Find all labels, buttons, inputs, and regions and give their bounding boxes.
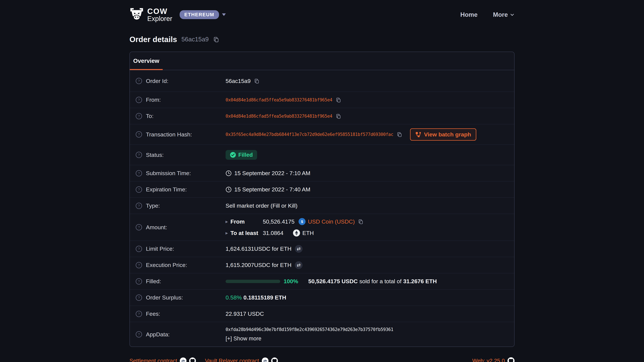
help-icon[interactable]: ? [136, 113, 142, 119]
amount-from-value: 50,526.4175 [263, 218, 294, 225]
filled-amount-sold: 50,526.4175 USDC [308, 278, 358, 285]
row-from: ? From: 0x04d84e1d86cfad5ffea5e9ab833276… [130, 91, 514, 108]
copy-icon[interactable] [213, 36, 219, 42]
help-icon[interactable]: ? [136, 331, 142, 338]
svg-text:?: ? [138, 188, 140, 191]
help-icon[interactable]: ? [136, 262, 142, 269]
view-batch-graph-label: View batch graph [424, 131, 471, 138]
row-label-text: Filled: [146, 278, 161, 285]
help-icon[interactable]: ? [136, 224, 142, 231]
order-type-value: Sell market order (Fill or Kill) [226, 202, 298, 209]
usdc-token-link[interactable]: USD Coin (USDC) [308, 218, 355, 225]
copy-icon[interactable] [397, 132, 402, 137]
order-details-card: Overview ? Order Id: 56ac15a9 ? [130, 52, 514, 347]
from-address-link[interactable]: 0x04d84e1d86cfad5ffea5e9ab833276481bf965… [226, 97, 332, 102]
order-id-value: 56ac15a9 [226, 78, 250, 84]
nav-home[interactable]: Home [460, 11, 478, 18]
row-type: ? Type: Sell market order (Fill or Kill) [130, 197, 514, 214]
row-expiration-time: ? Expiration Time: 15 September 2022 - 7… [130, 181, 514, 197]
svg-text:?: ? [138, 98, 140, 102]
row-label-text: Amount: [146, 224, 167, 231]
etherscan-icon[interactable] [262, 358, 268, 362]
nav-more[interactable]: More [493, 11, 514, 18]
brand-name: COW [147, 7, 172, 15]
row-submission-time: ? Submission Time: 15 September 2022 - 7… [130, 165, 514, 181]
copy-icon[interactable] [358, 219, 364, 224]
network-selector[interactable]: ETHEREUM [180, 10, 226, 19]
row-order-surplus: ? Order Surplus: 0.58% 0.18115189 ETH [130, 289, 514, 306]
row-appdata: ? AppData: 0xfda28b94d496c30e7bf8d159f8e… [130, 322, 514, 347]
help-icon[interactable]: ? [136, 131, 142, 138]
settlement-contract-group: Settlement contract [130, 358, 196, 362]
swap-price-icon[interactable]: ⇄ [295, 245, 302, 253]
clock-icon [226, 170, 232, 176]
help-icon[interactable]: ? [136, 186, 142, 193]
svg-text:?: ? [138, 247, 140, 251]
row-label-text: Execution Price: [146, 262, 187, 268]
vault-relayer-contract-link[interactable]: Vault Relayer contract [205, 358, 259, 362]
brand-logo[interactable]: COW Explorer [130, 7, 172, 22]
view-batch-graph-button[interactable]: View batch graph [410, 128, 476, 141]
svg-text:?: ? [138, 225, 140, 229]
brand-subtitle: Explorer [147, 15, 172, 22]
copy-icon[interactable] [336, 97, 341, 103]
svg-text:$: $ [301, 219, 303, 224]
clock-icon [226, 187, 232, 193]
help-icon[interactable]: ? [136, 246, 142, 252]
github-icon[interactable] [189, 358, 196, 362]
cow-logo-icon [130, 8, 144, 21]
amount-to-line: ▸To at least 31.0864 ETH [226, 229, 364, 237]
row-status: ? Status: Filled [130, 144, 514, 165]
footer: Settlement contract [130, 357, 514, 362]
amount-from-label: From [230, 218, 245, 225]
help-icon[interactable]: ? [136, 170, 142, 177]
status-text: Filled [238, 152, 253, 158]
help-icon[interactable]: ? [136, 78, 142, 84]
row-label-text: Order Surplus: [146, 294, 183, 301]
appdata-hash: 0xfda28b94d496c30e7bf8d159f8e2c439692657… [226, 327, 393, 332]
amount-to-value: 31.0864 [263, 230, 293, 236]
github-icon[interactable] [508, 357, 514, 362]
filled-percent: 100% [284, 278, 298, 285]
row-label-text: Fees: [146, 311, 160, 317]
check-circle-icon [230, 152, 236, 158]
batch-graph-icon [415, 131, 421, 137]
copy-icon[interactable] [254, 78, 260, 84]
amount-to-label: To at least [230, 230, 258, 236]
show-more-link[interactable]: [+] Show more [226, 335, 393, 342]
to-address-link[interactable]: 0x04d84e1d86cfad5ffea5e9ab833276481bf965… [226, 114, 332, 119]
main-nav: Home More [460, 11, 514, 18]
svg-text:?: ? [138, 204, 140, 208]
svg-text:?: ? [138, 279, 140, 283]
help-icon[interactable]: ? [136, 311, 142, 317]
settlement-contract-link[interactable]: Settlement contract [130, 358, 177, 362]
github-icon[interactable] [271, 358, 278, 362]
web-version-link[interactable]: Web: v2.25.0 [472, 358, 505, 362]
page-title: Order details [130, 35, 177, 44]
limit-price-value: 1,624.6131USDC for ETH [226, 246, 292, 252]
tab-overview[interactable]: Overview [130, 52, 163, 70]
help-icon[interactable]: ? [136, 96, 142, 103]
surplus-value: 0.18115189 ETH [243, 294, 286, 301]
row-label-text: Transaction Hash: [146, 131, 192, 138]
help-icon[interactable]: ? [136, 294, 142, 301]
filled-progress-bar [226, 280, 280, 283]
svg-text:?: ? [138, 132, 140, 136]
expiration-time-value: 15 September 2022 - 7:40 AM [234, 186, 310, 193]
swap-price-icon[interactable]: ⇄ [295, 261, 302, 269]
help-icon[interactable]: ? [136, 202, 142, 209]
eth-token-label: ETH [302, 230, 314, 236]
etherscan-icon[interactable] [180, 358, 186, 362]
row-transaction-hash: ? Transaction Hash: 0x35f65ec4a9d84e27bd… [130, 124, 514, 144]
network-badge[interactable]: ETHEREUM [180, 10, 219, 19]
help-icon[interactable]: ? [136, 278, 142, 285]
copy-icon[interactable] [336, 113, 341, 119]
row-filled: ? Filled: 100% 50,526.4175 USDC sold for… [130, 273, 514, 289]
help-icon[interactable]: ? [136, 151, 142, 158]
svg-text:?: ? [138, 312, 140, 316]
tx-hash-link[interactable]: 0x35f65ec4a9d84e27bdb6844f13e7cb72d9de62… [226, 132, 393, 137]
vault-relayer-contract-group: Vault Relayer contract [205, 358, 278, 362]
execution-price-value: 1,615.2007USDC for ETH [226, 262, 292, 268]
row-label-text: Status: [146, 152, 164, 158]
svg-text:?: ? [138, 296, 140, 300]
